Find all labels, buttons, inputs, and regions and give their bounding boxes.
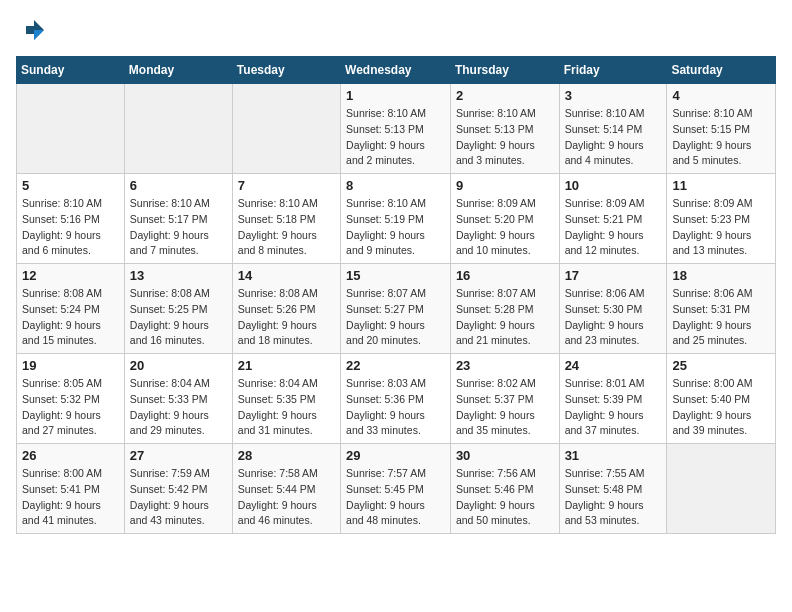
- calendar-cell: 29Sunrise: 7:57 AMSunset: 5:45 PMDayligh…: [341, 444, 451, 534]
- day-number: 20: [130, 358, 227, 373]
- calendar-body: 1Sunrise: 8:10 AMSunset: 5:13 PMDaylight…: [17, 84, 776, 534]
- day-info: Sunrise: 8:09 AMSunset: 5:20 PMDaylight:…: [456, 196, 554, 259]
- day-number: 24: [565, 358, 662, 373]
- day-info: Sunrise: 8:06 AMSunset: 5:30 PMDaylight:…: [565, 286, 662, 349]
- day-number: 27: [130, 448, 227, 463]
- calendar-cell: 10Sunrise: 8:09 AMSunset: 5:21 PMDayligh…: [559, 174, 667, 264]
- day-info: Sunrise: 7:59 AMSunset: 5:42 PMDaylight:…: [130, 466, 227, 529]
- day-info: Sunrise: 8:10 AMSunset: 5:13 PMDaylight:…: [346, 106, 445, 169]
- calendar-cell: 26Sunrise: 8:00 AMSunset: 5:41 PMDayligh…: [17, 444, 125, 534]
- day-number: 11: [672, 178, 770, 193]
- day-header-monday: Monday: [124, 57, 232, 84]
- day-info: Sunrise: 8:00 AMSunset: 5:41 PMDaylight:…: [22, 466, 119, 529]
- day-info: Sunrise: 8:03 AMSunset: 5:36 PMDaylight:…: [346, 376, 445, 439]
- day-number: 17: [565, 268, 662, 283]
- day-info: Sunrise: 8:10 AMSunset: 5:15 PMDaylight:…: [672, 106, 770, 169]
- day-number: 19: [22, 358, 119, 373]
- calendar-cell: 4Sunrise: 8:10 AMSunset: 5:15 PMDaylight…: [667, 84, 776, 174]
- day-number: 13: [130, 268, 227, 283]
- day-header-wednesday: Wednesday: [341, 57, 451, 84]
- calendar-cell: 11Sunrise: 8:09 AMSunset: 5:23 PMDayligh…: [667, 174, 776, 264]
- page-header: [16, 16, 776, 44]
- week-row-3: 19Sunrise: 8:05 AMSunset: 5:32 PMDayligh…: [17, 354, 776, 444]
- day-info: Sunrise: 8:10 AMSunset: 5:14 PMDaylight:…: [565, 106, 662, 169]
- day-number: 2: [456, 88, 554, 103]
- calendar-cell: 31Sunrise: 7:55 AMSunset: 5:48 PMDayligh…: [559, 444, 667, 534]
- day-number: 25: [672, 358, 770, 373]
- day-number: 31: [565, 448, 662, 463]
- day-info: Sunrise: 8:10 AMSunset: 5:17 PMDaylight:…: [130, 196, 227, 259]
- calendar-cell: 30Sunrise: 7:56 AMSunset: 5:46 PMDayligh…: [450, 444, 559, 534]
- day-number: 9: [456, 178, 554, 193]
- calendar-cell: 19Sunrise: 8:05 AMSunset: 5:32 PMDayligh…: [17, 354, 125, 444]
- calendar-cell: 15Sunrise: 8:07 AMSunset: 5:27 PMDayligh…: [341, 264, 451, 354]
- calendar-cell: 28Sunrise: 7:58 AMSunset: 5:44 PMDayligh…: [232, 444, 340, 534]
- day-number: 16: [456, 268, 554, 283]
- calendar-cell: 1Sunrise: 8:10 AMSunset: 5:13 PMDaylight…: [341, 84, 451, 174]
- day-info: Sunrise: 7:58 AMSunset: 5:44 PMDaylight:…: [238, 466, 335, 529]
- calendar-cell: [124, 84, 232, 174]
- calendar-cell: 17Sunrise: 8:06 AMSunset: 5:30 PMDayligh…: [559, 264, 667, 354]
- day-info: Sunrise: 7:57 AMSunset: 5:45 PMDaylight:…: [346, 466, 445, 529]
- day-header-thursday: Thursday: [450, 57, 559, 84]
- day-info: Sunrise: 8:09 AMSunset: 5:23 PMDaylight:…: [672, 196, 770, 259]
- day-info: Sunrise: 8:00 AMSunset: 5:40 PMDaylight:…: [672, 376, 770, 439]
- calendar-cell: 20Sunrise: 8:04 AMSunset: 5:33 PMDayligh…: [124, 354, 232, 444]
- day-info: Sunrise: 8:02 AMSunset: 5:37 PMDaylight:…: [456, 376, 554, 439]
- day-number: 29: [346, 448, 445, 463]
- day-info: Sunrise: 8:10 AMSunset: 5:16 PMDaylight:…: [22, 196, 119, 259]
- calendar-cell: [17, 84, 125, 174]
- day-info: Sunrise: 8:07 AMSunset: 5:27 PMDaylight:…: [346, 286, 445, 349]
- day-number: 4: [672, 88, 770, 103]
- day-info: Sunrise: 8:06 AMSunset: 5:31 PMDaylight:…: [672, 286, 770, 349]
- calendar-cell: 22Sunrise: 8:03 AMSunset: 5:36 PMDayligh…: [341, 354, 451, 444]
- day-number: 22: [346, 358, 445, 373]
- day-number: 28: [238, 448, 335, 463]
- calendar-cell: [667, 444, 776, 534]
- day-number: 26: [22, 448, 119, 463]
- day-info: Sunrise: 8:08 AMSunset: 5:26 PMDaylight:…: [238, 286, 335, 349]
- day-header-tuesday: Tuesday: [232, 57, 340, 84]
- calendar-cell: 23Sunrise: 8:02 AMSunset: 5:37 PMDayligh…: [450, 354, 559, 444]
- day-info: Sunrise: 8:05 AMSunset: 5:32 PMDaylight:…: [22, 376, 119, 439]
- calendar-cell: 6Sunrise: 8:10 AMSunset: 5:17 PMDaylight…: [124, 174, 232, 264]
- calendar-header-row: SundayMondayTuesdayWednesdayThursdayFrid…: [17, 57, 776, 84]
- calendar-cell: 25Sunrise: 8:00 AMSunset: 5:40 PMDayligh…: [667, 354, 776, 444]
- calendar-cell: 12Sunrise: 8:08 AMSunset: 5:24 PMDayligh…: [17, 264, 125, 354]
- calendar-cell: [232, 84, 340, 174]
- calendar-cell: 21Sunrise: 8:04 AMSunset: 5:35 PMDayligh…: [232, 354, 340, 444]
- calendar-cell: 7Sunrise: 8:10 AMSunset: 5:18 PMDaylight…: [232, 174, 340, 264]
- day-info: Sunrise: 7:56 AMSunset: 5:46 PMDaylight:…: [456, 466, 554, 529]
- day-number: 1: [346, 88, 445, 103]
- day-header-friday: Friday: [559, 57, 667, 84]
- day-number: 15: [346, 268, 445, 283]
- day-info: Sunrise: 8:04 AMSunset: 5:33 PMDaylight:…: [130, 376, 227, 439]
- day-info: Sunrise: 8:08 AMSunset: 5:25 PMDaylight:…: [130, 286, 227, 349]
- day-number: 8: [346, 178, 445, 193]
- day-number: 10: [565, 178, 662, 193]
- day-number: 21: [238, 358, 335, 373]
- day-info: Sunrise: 8:01 AMSunset: 5:39 PMDaylight:…: [565, 376, 662, 439]
- week-row-4: 26Sunrise: 8:00 AMSunset: 5:41 PMDayligh…: [17, 444, 776, 534]
- day-info: Sunrise: 8:04 AMSunset: 5:35 PMDaylight:…: [238, 376, 335, 439]
- day-info: Sunrise: 8:10 AMSunset: 5:19 PMDaylight:…: [346, 196, 445, 259]
- day-info: Sunrise: 8:07 AMSunset: 5:28 PMDaylight:…: [456, 286, 554, 349]
- day-number: 23: [456, 358, 554, 373]
- logo-icon: [16, 16, 44, 44]
- day-header-sunday: Sunday: [17, 57, 125, 84]
- calendar-cell: 16Sunrise: 8:07 AMSunset: 5:28 PMDayligh…: [450, 264, 559, 354]
- calendar-cell: 5Sunrise: 8:10 AMSunset: 5:16 PMDaylight…: [17, 174, 125, 264]
- calendar-cell: 24Sunrise: 8:01 AMSunset: 5:39 PMDayligh…: [559, 354, 667, 444]
- day-number: 3: [565, 88, 662, 103]
- day-info: Sunrise: 7:55 AMSunset: 5:48 PMDaylight:…: [565, 466, 662, 529]
- day-number: 14: [238, 268, 335, 283]
- week-row-0: 1Sunrise: 8:10 AMSunset: 5:13 PMDaylight…: [17, 84, 776, 174]
- day-info: Sunrise: 8:09 AMSunset: 5:21 PMDaylight:…: [565, 196, 662, 259]
- logo: [16, 16, 48, 44]
- day-number: 12: [22, 268, 119, 283]
- day-header-saturday: Saturday: [667, 57, 776, 84]
- calendar-cell: 27Sunrise: 7:59 AMSunset: 5:42 PMDayligh…: [124, 444, 232, 534]
- day-info: Sunrise: 8:10 AMSunset: 5:18 PMDaylight:…: [238, 196, 335, 259]
- day-number: 30: [456, 448, 554, 463]
- calendar-cell: 18Sunrise: 8:06 AMSunset: 5:31 PMDayligh…: [667, 264, 776, 354]
